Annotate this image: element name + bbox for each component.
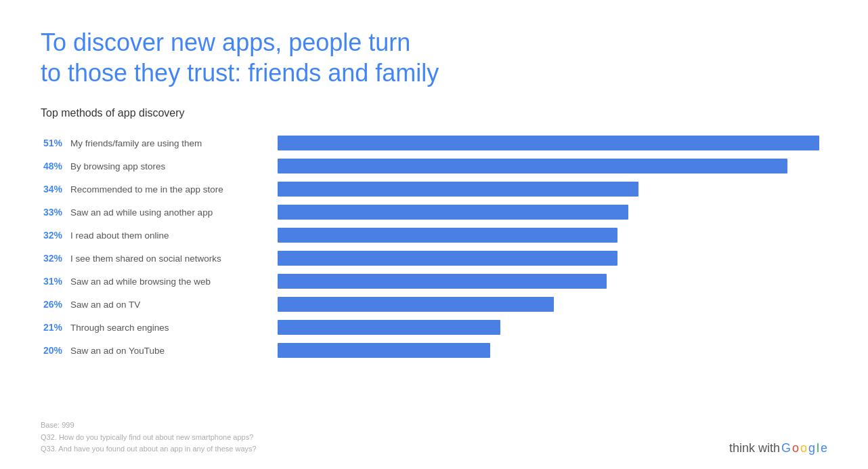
page-container: To discover new apps, people turn to tho… xyxy=(0,0,868,469)
title-line1: To discover new apps, people turn xyxy=(41,28,410,56)
bar-label: Recommended to me in the app store xyxy=(68,184,278,195)
branding-google-g: G xyxy=(781,441,791,455)
bar-percent: 20% xyxy=(41,345,68,356)
branding-google-o2: o xyxy=(800,441,807,455)
bar-row: 34%Recommended to me in the app store xyxy=(41,178,827,201)
bar-track xyxy=(278,297,827,312)
footnote-1: Base: 999 xyxy=(41,420,257,432)
bar-track xyxy=(278,159,827,174)
bar-fill xyxy=(278,297,554,312)
branding-google-o3: g xyxy=(808,441,815,455)
bar-fill xyxy=(278,343,490,358)
branding: think with Google xyxy=(729,441,827,455)
bar-track xyxy=(278,320,827,335)
bar-row: 31%Saw an ad while browsing the web xyxy=(41,270,827,293)
bar-fill xyxy=(278,320,500,335)
bar-row: 20%Saw an ad on YouTube xyxy=(41,339,827,362)
bar-row: 48%By browsing app stores xyxy=(41,155,827,178)
page-title: To discover new apps, people turn to tho… xyxy=(41,27,515,88)
bar-fill xyxy=(278,205,628,220)
branding-google-e: e xyxy=(821,441,827,455)
bar-row: 51%My friends/family are using them xyxy=(41,131,827,155)
bar-fill xyxy=(278,228,617,243)
bar-track xyxy=(278,343,827,358)
footer: Base: 999 Q32. How do you typically find… xyxy=(41,420,827,455)
bar-label: Saw an ad while browsing the web xyxy=(68,277,278,287)
bar-row: 32%I read about them online xyxy=(41,224,827,247)
bar-track xyxy=(278,251,827,266)
bar-fill xyxy=(278,136,819,150)
bar-label: Saw an ad on YouTube xyxy=(68,346,278,356)
bar-percent: 33% xyxy=(41,207,68,218)
branding-google-l: l xyxy=(817,441,819,455)
bar-label: I see them shared on social networks xyxy=(68,253,278,264)
bar-percent: 32% xyxy=(41,230,68,241)
bar-row: 33%Saw an ad while using another app xyxy=(41,201,827,224)
bar-label: Saw an ad while using another app xyxy=(68,207,278,218)
footnote-2: Q32. How do you typically find out about… xyxy=(41,432,257,444)
bar-track xyxy=(278,274,827,289)
bar-track xyxy=(278,205,827,220)
bar-label: Through search engines xyxy=(68,323,278,333)
bar-fill xyxy=(278,182,638,197)
bar-fill xyxy=(278,251,617,266)
bar-percent: 51% xyxy=(41,138,68,148)
branding-think: think with xyxy=(729,441,780,455)
bar-row: 21%Through search engines xyxy=(41,316,827,339)
bar-label: I read about them online xyxy=(68,230,278,241)
bar-row: 32%I see them shared on social networks xyxy=(41,247,827,270)
footnote-3: Q33. And have you found out about an app… xyxy=(41,443,257,455)
bar-fill xyxy=(278,159,787,174)
bar-percent: 26% xyxy=(41,299,68,310)
bar-track xyxy=(278,136,827,150)
bar-percent: 48% xyxy=(41,161,68,171)
bar-track xyxy=(278,228,827,243)
bar-label: By browsing app stores xyxy=(68,161,278,171)
branding-google-o1: o xyxy=(792,441,799,455)
chart-area: 51%My friends/family are using them48%By… xyxy=(41,131,827,413)
bar-percent: 34% xyxy=(41,184,68,195)
chart-subtitle: Top methods of app discovery xyxy=(41,107,827,119)
bar-fill xyxy=(278,274,607,289)
bar-track xyxy=(278,182,827,197)
bar-label: My friends/family are using them xyxy=(68,138,278,148)
bar-percent: 21% xyxy=(41,322,68,333)
bar-row: 26%Saw an ad on TV xyxy=(41,293,827,316)
bar-percent: 31% xyxy=(41,276,68,287)
title-line2: to those they trust: friends and family xyxy=(41,59,439,87)
bar-percent: 32% xyxy=(41,253,68,264)
footnotes: Base: 999 Q32. How do you typically find… xyxy=(41,420,257,455)
bar-label: Saw an ad on TV xyxy=(68,300,278,310)
